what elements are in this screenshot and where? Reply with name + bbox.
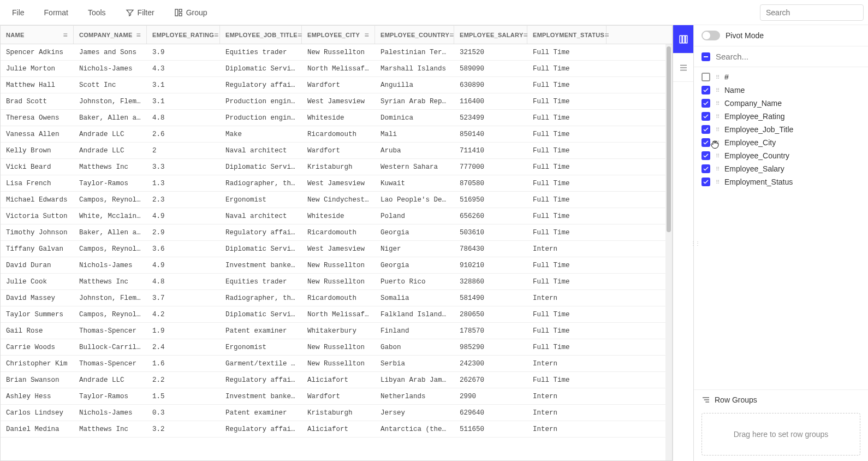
pivot-mode-toggle[interactable] bbox=[701, 31, 720, 40]
column-menu-icon[interactable]: ≡ bbox=[365, 31, 369, 39]
column-header-name[interactable]: NAME≡ bbox=[1, 26, 74, 44]
field-label: Employee_Salary bbox=[724, 164, 784, 173]
table-cell: Ricardomouth bbox=[302, 229, 375, 237]
table-cell: 4.8 bbox=[147, 114, 220, 122]
menu-tools[interactable]: Tools bbox=[80, 5, 114, 20]
field-checkbox[interactable] bbox=[701, 125, 710, 134]
drag-handle-icon[interactable]: ⠿ bbox=[716, 74, 719, 80]
table-row[interactable]: Vicki BeardMatthews Inc3.3Diplomatic Ser… bbox=[1, 159, 672, 175]
field-item-company_name[interactable]: ⠿Company_Name bbox=[694, 97, 868, 110]
column-header-employee_country[interactable]: EMPLOYEE_COUNTRY≡ bbox=[375, 26, 454, 44]
svg-rect-1 bbox=[179, 9, 182, 12]
vertical-scrollbar[interactable] bbox=[665, 44, 672, 460]
field-checkbox[interactable] bbox=[701, 73, 710, 81]
table-row[interactable]: Vanessa AllenAndrade LLC2.6MakeRicardomo… bbox=[1, 126, 672, 143]
field-item-employee_city[interactable]: ⠿Employee_City bbox=[694, 136, 868, 149]
table-cell: Netherlands bbox=[375, 393, 454, 400]
column-menu-icon[interactable]: ≡ bbox=[63, 31, 68, 39]
table-cell: Gabon bbox=[375, 344, 454, 351]
field-checkbox[interactable] bbox=[701, 86, 710, 94]
column-header-employee_salary[interactable]: EMPLOYEE_SALARY≡ bbox=[454, 26, 527, 44]
field-item-employee_salary[interactable]: ⠿Employee_Salary bbox=[694, 162, 868, 175]
table-cell: 711410 bbox=[454, 147, 527, 155]
drag-handle-icon[interactable]: ⠿ bbox=[716, 87, 719, 93]
select-all-checkbox[interactable] bbox=[701, 52, 710, 61]
table-row[interactable]: Daniel MedinaMatthews Inc3.2Regulatory a… bbox=[1, 421, 672, 438]
table-row[interactable]: Michael EdwardsCampos, Reynolds an2.3Erg… bbox=[1, 192, 672, 208]
column-header-label: COMPANY_NAME bbox=[79, 32, 133, 38]
sidebar-tab-filters[interactable] bbox=[673, 54, 694, 82]
group-button[interactable]: Group bbox=[167, 5, 215, 20]
table-cell: North Melissafurt bbox=[302, 65, 375, 73]
table-row[interactable]: Brad ScottJohnston, Fleming a3.1Producti… bbox=[1, 93, 672, 110]
panel-resize-grip[interactable]: ⋮⋮ bbox=[691, 240, 699, 246]
column-header-employee_city[interactable]: EMPLOYEE_CITY≡ bbox=[302, 26, 375, 44]
table-row[interactable]: David DuranNichols-James4.9Investment ba… bbox=[1, 257, 672, 274]
column-menu-icon[interactable]: ≡ bbox=[214, 31, 218, 39]
table-cell: Andrade LLC bbox=[74, 131, 147, 138]
scrollbar-thumb[interactable] bbox=[667, 46, 671, 232]
table-row[interactable]: Ashley HessTaylor-Ramos1.5Investment ban… bbox=[1, 388, 672, 405]
menu-format[interactable]: Format bbox=[37, 5, 76, 20]
table-row[interactable]: Theresa OwensBaker, Allen and Ed4.8Produ… bbox=[1, 110, 672, 126]
table-cell: James and Sons bbox=[74, 49, 147, 56]
field-item-employee_country[interactable]: ⠿Employee_Country bbox=[694, 149, 868, 162]
field-checkbox[interactable] bbox=[701, 178, 710, 186]
table-row[interactable]: Christopher KimThomas-Spencer1.6Garment/… bbox=[1, 356, 672, 372]
table-row[interactable]: Julie CookMatthews Inc4.8Equities trader… bbox=[1, 274, 672, 290]
table-row[interactable]: Carlos LindseyNichols-James0.3Patent exa… bbox=[1, 405, 672, 421]
table-cell: Ergonomist bbox=[220, 344, 302, 351]
table-row[interactable]: Spencer AdkinsJames and Sons3.9Equities … bbox=[1, 44, 672, 61]
field-checkbox[interactable] bbox=[701, 151, 710, 160]
drag-handle-icon[interactable]: ⠿ bbox=[716, 166, 719, 172]
field-checkbox[interactable] bbox=[701, 99, 710, 108]
menu-file[interactable]: File bbox=[4, 5, 32, 20]
column-menu-icon[interactable]: ≡ bbox=[136, 31, 141, 39]
table-row[interactable]: Brian SwansonAndrade LLC2.2Regulatory af… bbox=[1, 372, 672, 388]
field-checkbox[interactable] bbox=[701, 138, 710, 147]
field-item-employee_job_title[interactable]: ⠿Employee_Job_Title bbox=[694, 123, 868, 136]
table-cell: Gail Rose bbox=[1, 327, 74, 335]
table-cell: 870580 bbox=[454, 180, 527, 187]
column-header-company_name[interactable]: COMPANY_NAME≡ bbox=[74, 26, 147, 44]
row-groups-dropzone[interactable]: Drag here to set row groups bbox=[701, 413, 860, 456]
table-row[interactable]: Tiffany GalvanCampos, Reynolds an3.6Dipl… bbox=[1, 241, 672, 257]
column-header-employee_rating[interactable]: EMPLOYEE_RATING≡ bbox=[147, 26, 220, 44]
table-cell: Full Time bbox=[527, 376, 607, 384]
drag-handle-icon[interactable]: ⠿ bbox=[716, 140, 719, 146]
table-row[interactable]: Kelly BrownAndrade LLC2Naval architectWa… bbox=[1, 143, 672, 159]
drag-handle-icon[interactable]: ⠿ bbox=[716, 101, 719, 107]
field-checkbox[interactable] bbox=[701, 112, 710, 121]
table-row[interactable]: Timothy JohnsonBaker, Allen and Ed2.9Reg… bbox=[1, 224, 672, 241]
table-row[interactable]: Julie MortonNichols-James4.3Diplomatic S… bbox=[1, 61, 672, 77]
column-menu-icon[interactable]: ≡ bbox=[604, 31, 609, 39]
sidebar-tab-columns[interactable] bbox=[673, 25, 694, 54]
drag-handle-icon[interactable]: ⠿ bbox=[716, 114, 719, 120]
drag-handle-icon[interactable]: ⠿ bbox=[716, 179, 719, 185]
column-search-input[interactable] bbox=[716, 52, 860, 61]
filter-button[interactable]: Filter bbox=[118, 5, 162, 20]
table-cell: New Russellton bbox=[302, 278, 375, 286]
table-cell: Naval architect bbox=[220, 147, 302, 155]
field-item-#[interactable]: ⠿# bbox=[694, 70, 868, 84]
table-row[interactable]: Matthew HallScott Inc3.1Regulatory affai… bbox=[1, 77, 672, 93]
drag-handle-icon[interactable]: ⠿ bbox=[716, 127, 719, 133]
field-item-name[interactable]: ⠿Name bbox=[694, 84, 868, 97]
column-header-employee_job_title[interactable]: EMPLOYEE_JOB_TITLE≡ bbox=[220, 26, 302, 44]
table-row[interactable]: Carrie WoodsBullock-Carrillo2.4Ergonomis… bbox=[1, 339, 672, 356]
field-item-employee_rating[interactable]: ⠿Employee_Rating bbox=[694, 110, 868, 123]
table-row[interactable]: Victoria SuttonWhite, Mcclain and4.9Nava… bbox=[1, 208, 672, 224]
table-row[interactable]: Gail RoseThomas-Spencer1.9Patent examine… bbox=[1, 323, 672, 339]
table-cell: Investment banker, cor bbox=[220, 393, 302, 400]
field-checkbox[interactable] bbox=[701, 164, 710, 173]
drag-handle-icon[interactable]: ⠿ bbox=[716, 153, 719, 159]
table-cell: Taylor-Ramos bbox=[74, 180, 147, 187]
column-header-employment_status[interactable]: EMPLOYMENT_STATUS≡ bbox=[527, 26, 607, 44]
field-item-employment_status[interactable]: ⠿Employment_Status bbox=[694, 175, 868, 188]
table-row[interactable]: David MasseyJohnston, Fleming a3.7Radiog… bbox=[1, 290, 672, 306]
column-menu-icon[interactable]: ≡ bbox=[449, 31, 454, 39]
table-cell: Victoria Sutton bbox=[1, 212, 74, 220]
table-row[interactable]: Lisa FrenchTaylor-Ramos1.3Radiographer, … bbox=[1, 175, 672, 192]
table-row[interactable]: Taylor SummersCampos, Reynolds an4.2Dipl… bbox=[1, 306, 672, 323]
global-search-input[interactable] bbox=[760, 4, 864, 21]
